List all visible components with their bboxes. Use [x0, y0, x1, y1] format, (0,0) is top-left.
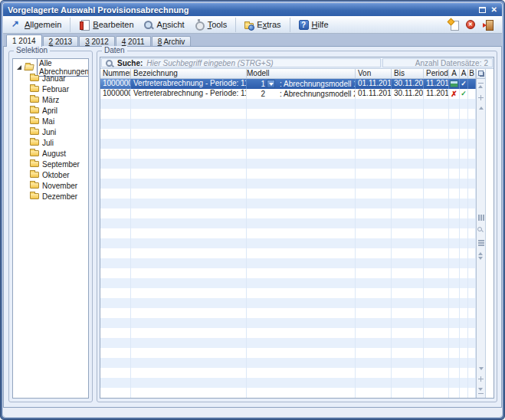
folder-icon [30, 150, 39, 156]
scroll-down-icon[interactable] [479, 367, 484, 370]
menu-item[interactable]: Allgemein [6, 18, 71, 32]
tab[interactable]: 3 2012 [79, 36, 115, 46]
dropdown-button-icon[interactable] [267, 80, 275, 88]
menu-item-label: Allgemein [25, 20, 61, 29]
tree-item-month[interactable]: Juni [13, 126, 88, 137]
tree-item-month[interactable]: Februar [13, 84, 88, 94]
column-header[interactable]: A [460, 69, 468, 78]
search-input[interactable]: Suche: Hier Suchbegriff eingeben (STRG+S… [101, 58, 381, 67]
cell-bezeichnung: Vertreterabrechnung - Periode: 11.2014 [131, 89, 247, 99]
menu-item[interactable]: Ansicht [139, 18, 189, 32]
tree-item-month[interactable]: November [13, 180, 88, 191]
tree-root-item[interactable]: Alle Abrechnungen [13, 62, 88, 73]
tree-item-month[interactable]: Dezember [13, 191, 88, 202]
scroll-first-icon[interactable] [478, 83, 484, 89]
menu-item-label: Hilfe [312, 20, 329, 29]
folder-icon [30, 172, 39, 178]
table-row-empty [100, 179, 476, 189]
tree-month-items: Januar Februar März [13, 73, 88, 202]
find-panel: Suche: Hier Suchbegriff eingeben (STRG+S… [100, 57, 494, 69]
scroll-add-top-icon[interactable] [478, 95, 484, 100]
strip-top-icons [477, 83, 485, 110]
table-row-empty [100, 139, 476, 149]
tabstrip: 1 2014 2 2013 3 2012 4 2011 8 Archiv [3, 34, 502, 46]
expander-icon[interactable] [17, 65, 21, 70]
table-row-empty [100, 348, 476, 358]
close-window-icon[interactable]: ✕ [491, 6, 497, 14]
tree-item-month[interactable]: Juli [13, 137, 88, 148]
tree-item-month[interactable]: Oktober [13, 169, 88, 180]
menu-item[interactable]: Hilfe [294, 18, 333, 32]
menu-item[interactable]: Bearbeiten [74, 18, 138, 32]
table-row-empty [100, 308, 476, 318]
scroll-add-bottom-icon[interactable] [478, 376, 484, 382]
tree-item-month[interactable]: Mai [13, 116, 88, 126]
abort-icon[interactable] [466, 20, 475, 29]
scroll-up-icon[interactable] [479, 107, 484, 110]
tree-item-label: Dezember [42, 192, 77, 201]
cell-nummer: 1000000000 [100, 79, 131, 89]
check-icon: ✓ [461, 90, 467, 97]
menu-item-label: Bearbeiten [93, 20, 133, 29]
table-row[interactable]: 1000000001 Vertreterabrechnung - Periode… [100, 89, 476, 99]
sort-icon[interactable] [478, 252, 484, 260]
menu-item[interactable]: Extras [240, 18, 290, 32]
modell-number: 1 [247, 80, 265, 89]
selection-group: Selektion Alle Abrechnungen [8, 51, 93, 402]
table-row-empty [100, 129, 476, 139]
column-header[interactable]: Periode [424, 69, 449, 78]
scroll-last-icon[interactable] [478, 388, 484, 394]
tree-item-label: März [42, 96, 59, 104]
table-row-empty [100, 238, 476, 248]
folder-icon [30, 118, 39, 124]
tree-item-month[interactable]: August [13, 148, 88, 159]
rows-icon[interactable] [478, 240, 484, 246]
column-header[interactable]: Nummer [100, 69, 131, 78]
grid-body: Nummer Bezeichnung Modell Von Bis [100, 69, 494, 398]
tree-item-label: November [42, 182, 77, 190]
not-posted-status-icon [450, 90, 458, 97]
zoom-icon[interactable] [477, 227, 484, 234]
grid-side-strip [476, 69, 485, 398]
column-header[interactable]: Bezeichnung [131, 69, 247, 78]
select-columns-button[interactable] [477, 69, 485, 79]
column-header[interactable]: A [449, 69, 460, 78]
search-label: Suche: [117, 59, 143, 67]
column-header[interactable]: B [468, 69, 476, 78]
selection-group-label: Selektion [14, 46, 50, 55]
tab[interactable]: 4 2011 [116, 36, 151, 46]
app-window: Vorgelagerte Auswahl Provisionsabrechnun… [0, 0, 505, 420]
cell-nummer: 1000000001 [100, 89, 131, 99]
record-count-box: Anzahl Datensätze: 2 [382, 58, 493, 67]
table-row-empty [100, 338, 476, 348]
tab[interactable]: 8 Archiv [152, 36, 192, 46]
table-row-empty [100, 228, 476, 238]
table-row-empty [100, 388, 476, 398]
table-row[interactable]: 1000000000 Vertreterabrechnung - Periode… [100, 79, 476, 89]
daten-group-label: Daten [102, 46, 127, 55]
table-row-empty [100, 378, 476, 388]
arrow-northeast-icon [11, 20, 21, 30]
column-header[interactable]: Modell [247, 69, 356, 78]
tree-item-month[interactable]: September [13, 159, 88, 169]
new-document-icon[interactable] [448, 20, 458, 30]
table-row-empty [100, 368, 476, 378]
record-count-value: 2 [484, 59, 488, 67]
column-header[interactable]: Bis [392, 69, 424, 78]
exit-door-icon[interactable] [483, 20, 493, 30]
column-header[interactable]: Von [356, 69, 392, 78]
modell-number: 2 [247, 90, 265, 99]
titlebar[interactable]: Vorgelagerte Auswahl Provisionsabrechnun… [3, 3, 502, 16]
tab[interactable]: 2 2013 [43, 36, 79, 46]
restore-window-icon[interactable] [479, 7, 486, 13]
menu-item[interactable]: Tools [189, 18, 237, 32]
cell-b [468, 89, 476, 99]
search-icon [105, 59, 113, 67]
tree-item-month[interactable]: März [13, 94, 88, 105]
tree-item-label: Juni [42, 128, 56, 136]
columns-icon[interactable] [478, 215, 484, 221]
grid-right-filler [485, 69, 494, 398]
tab[interactable]: 1 2014 [6, 34, 42, 47]
tree-item-month[interactable]: April [13, 105, 88, 116]
tree-item-label: April [42, 107, 57, 115]
